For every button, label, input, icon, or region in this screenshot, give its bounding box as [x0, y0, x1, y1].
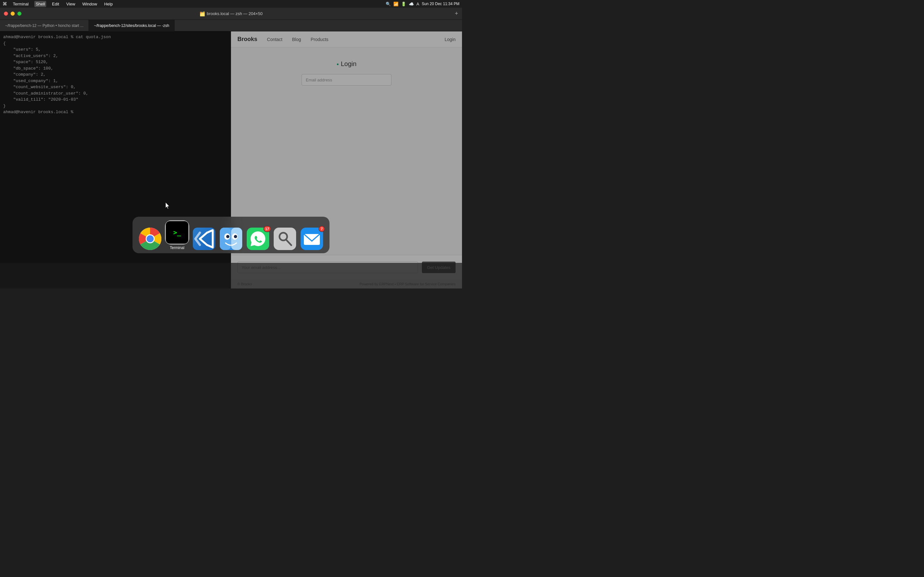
chrome-icon: [139, 227, 162, 250]
title-bar: 🗂️ brooks.local — zsh — 204×50 +: [0, 8, 462, 20]
font-icon: A: [417, 2, 419, 6]
menu-edit[interactable]: Edit: [51, 1, 60, 7]
dock-mail[interactable]: 7: [300, 227, 323, 250]
dock-terminal[interactable]: >_ Terminal: [166, 221, 188, 250]
dock-vscode[interactable]: [193, 227, 215, 250]
traffic-lights: [0, 11, 21, 16]
close-button[interactable]: [4, 11, 8, 16]
whatsapp-badge: 17: [263, 226, 271, 232]
dock-whatsapp[interactable]: 17: [247, 227, 269, 250]
mail-badge: 7: [318, 226, 325, 232]
battery-icon: 🔋: [401, 2, 406, 6]
whatsapp-icon: 17: [247, 227, 269, 250]
menu-bar-left: ⌘ Terminal Shell Edit View Window Help: [3, 1, 114, 7]
svg-point-2: [147, 235, 153, 242]
menu-bar: ⌘ Terminal Shell Edit View Window Help 🔍…: [0, 0, 462, 8]
dock-icons-row: >_ Terminal: [139, 221, 323, 250]
dock-finder[interactable]: [220, 227, 242, 250]
menu-view[interactable]: View: [65, 1, 76, 7]
svg-rect-15: [274, 227, 296, 250]
tab-0[interactable]: ~/frappe/bench-12 — Python • honcho star…: [0, 20, 89, 31]
mail-icon: 7: [300, 227, 323, 250]
menu-shell[interactable]: Shell: [34, 1, 46, 7]
menu-help[interactable]: Help: [103, 1, 114, 7]
content-area: ahmad@havenir brooks.local % cat quota.j…: [0, 31, 462, 288]
dock-chrome[interactable]: [139, 227, 162, 250]
cloud-icon: ☁️: [409, 2, 414, 6]
terminal-dock-label: Terminal: [170, 245, 184, 250]
dock-alfred[interactable]: [274, 227, 296, 250]
search-icon[interactable]: 🔍: [386, 2, 391, 6]
new-tab-button[interactable]: +: [455, 10, 458, 17]
alfred-icon: [274, 227, 296, 250]
clock: Sun 20 Dec 11:34 PM: [422, 2, 459, 6]
terminal-dock-icon: >_: [166, 221, 188, 243]
folder-icon: 🗂️: [200, 11, 205, 16]
menu-window[interactable]: Window: [81, 1, 98, 7]
apple-menu-icon[interactable]: ⌘: [3, 1, 7, 6]
window-title: 🗂️ brooks.local — zsh — 204×50: [200, 11, 263, 16]
tab-1[interactable]: ~/frappe/bench-12/sites/brooks.local — -…: [89, 20, 174, 31]
menu-terminal[interactable]: Terminal: [11, 1, 30, 7]
minimize-button[interactable]: [11, 11, 15, 16]
tabs-bar: ~/frappe/bench-12 — Python • honcho star…: [0, 20, 462, 31]
svg-point-12: [234, 235, 237, 238]
svg-point-11: [226, 235, 229, 238]
dock-popup: >_ Terminal: [132, 217, 330, 253]
finder-icon: [220, 227, 242, 250]
wifi-icon: 📶: [393, 2, 399, 6]
vscode-icon: [193, 227, 215, 250]
fullscreen-button[interactable]: [17, 11, 21, 16]
terminal-window: 🗂️ brooks.local — zsh — 204×50 + ~/frapp…: [0, 8, 462, 288]
menu-bar-right: 🔍 📶 🔋 ☁️ A Sun 20 Dec 11:34 PM: [386, 2, 459, 6]
